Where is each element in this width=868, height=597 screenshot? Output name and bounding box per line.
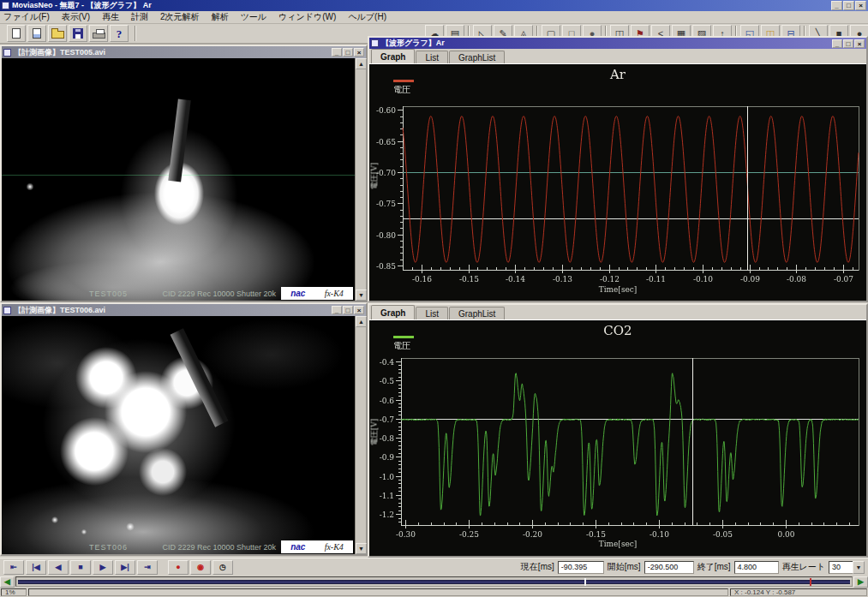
start-time-field[interactable]: -290.500 xyxy=(644,561,694,574)
video-window-test006: 【計測画像】TEST006.avi _ □ × TEST006 CID 2229… xyxy=(0,302,368,556)
graph2-x-axis-label: Time[sec] xyxy=(369,540,866,548)
video2-close-button[interactable]: × xyxy=(354,306,364,314)
help-button[interactable]: ? xyxy=(110,25,129,42)
tab-graphlist[interactable]: GraphList xyxy=(449,51,505,63)
tab-graph[interactable]: Graph xyxy=(371,49,415,63)
current-time-label: 現在[ms] xyxy=(521,561,554,573)
video2-icon xyxy=(3,307,11,314)
open-folder-button[interactable] xyxy=(48,25,67,42)
status-bar: 1% X : -0.124 Y : -0.587 xyxy=(0,588,868,597)
graph1-title: 【波形グラフ】Ar xyxy=(381,38,832,49)
play-button[interactable]: ▶ xyxy=(93,560,113,575)
play-rate-value: 30 xyxy=(829,561,853,574)
jump-end-button[interactable]: ⇥ xyxy=(137,560,158,575)
end-time-field[interactable]: 4.800 xyxy=(734,561,779,574)
video2-frame[interactable]: TEST006 CID 2229 Rec 10000 Shutter 20k n… xyxy=(2,316,355,554)
graph-window-ar: 【波形グラフ】Ar _ □ × GraphListGraphList Ar 電圧… xyxy=(368,36,868,302)
graph1-maximize-button[interactable]: □ xyxy=(843,39,853,48)
video1-frame[interactable]: TEST005 CID 2229 Rec 10000 Shutter 20k n… xyxy=(2,58,355,301)
timer-button[interactable]: ◷ xyxy=(213,560,233,575)
video1-title: 【計測画像】TEST005.avi xyxy=(14,47,332,58)
maximize-button[interactable]: □ xyxy=(843,1,854,10)
legend-voltage-swatch xyxy=(393,80,414,82)
graph2-plot-area[interactable]: CO2 電圧 電圧[V] Time[sec] xyxy=(369,320,866,556)
window-titlebar: MoviasNeo - 無題7 - 【波形グラフ】 Ar _ □ × xyxy=(0,0,868,11)
video2-minimize-button[interactable]: _ xyxy=(332,306,342,314)
video1-scrollbar[interactable]: ▲ ▼ xyxy=(355,58,366,301)
start-time-label: 開始[ms] xyxy=(608,561,641,573)
stop-button[interactable]: ■ xyxy=(70,560,91,575)
print-button[interactable] xyxy=(89,25,108,42)
nac-logo: nac xyxy=(290,289,305,298)
new-graph-doc-icon xyxy=(33,28,41,39)
video1-close-button[interactable]: × xyxy=(354,48,364,57)
graph2-y-axis-label: 電圧[V] xyxy=(369,415,380,449)
menu-item-2[interactable]: 再生 xyxy=(102,11,119,23)
prev-frame-button[interactable]: |◀ xyxy=(26,560,46,575)
video2-camera-badge: nac fx-K4 xyxy=(281,540,353,553)
status-middle xyxy=(28,588,728,596)
play-rate-dropdown[interactable]: 30 ▼ xyxy=(829,561,865,574)
chevron-down-icon[interactable]: ▼ xyxy=(853,561,865,574)
graph1-legend: 電圧 xyxy=(393,80,414,96)
video1-camera-info: CID 2229 Rec 10000 Shutter 20k xyxy=(162,290,276,298)
video2-maximize-button[interactable]: □ xyxy=(343,306,353,314)
record-button[interactable]: ● xyxy=(168,560,189,575)
new-doc-button[interactable] xyxy=(7,25,26,42)
timeline-left-button[interactable]: ◀ xyxy=(0,576,15,588)
application-window: MoviasNeo - 無題7 - 【波形グラフ】 Ar _ □ × ファイル(… xyxy=(0,0,868,597)
timeline-right-button[interactable]: ▶ xyxy=(853,576,868,588)
toolbar-separator xyxy=(135,26,136,41)
menu-item-1[interactable]: 表示(V) xyxy=(62,11,90,23)
menu-item-6[interactable]: ツール xyxy=(241,11,266,23)
video1-camera-badge: nac fx-K4 xyxy=(281,287,353,300)
jump-start-button[interactable]: ⇤ xyxy=(3,560,24,575)
scroll-down-icon[interactable]: ▼ xyxy=(356,543,367,554)
menu-item-5[interactable]: 解析 xyxy=(212,11,229,23)
record-stop-button[interactable]: ◉ xyxy=(190,560,211,575)
graph1-plot-area[interactable]: Ar 電圧 電圧[V] Time[sec] xyxy=(369,64,866,301)
transport-bar: ⇤|◀◀■▶▶|⇥●◉◷ 現在[ms] -90.395 開始[ms] -290.… xyxy=(0,558,868,576)
tab-list[interactable]: List xyxy=(416,307,448,319)
tab-graphlist[interactable]: GraphList xyxy=(449,307,505,319)
save-icon xyxy=(73,28,83,39)
graph1-minimize-button[interactable]: _ xyxy=(832,39,842,48)
tab-graph[interactable]: Graph xyxy=(371,305,415,319)
time-fields: 現在[ms] -90.395 開始[ms] -290.500 終了[ms] 4.… xyxy=(521,561,865,574)
current-time-field[interactable]: -90.395 xyxy=(558,561,604,574)
scroll-up-icon[interactable]: ▲ xyxy=(356,316,367,327)
video1-name: TEST005 xyxy=(89,290,128,298)
video2-overlay: TEST006 CID 2229 Rec 10000 Shutter 20k n… xyxy=(2,540,355,553)
menu-item-0[interactable]: ファイル(F) xyxy=(3,11,50,23)
play-rate-label: 再生レート xyxy=(782,561,825,573)
graph1-close-button[interactable]: × xyxy=(854,39,865,48)
scroll-up-icon[interactable]: ▲ xyxy=(356,58,367,69)
camera-model: fx-K4 xyxy=(325,289,344,298)
video1-titlebar: 【計測画像】TEST005.avi _ □ × xyxy=(2,46,366,58)
minimize-button[interactable]: _ xyxy=(831,1,842,10)
menu-item-3[interactable]: 計測 xyxy=(131,11,148,23)
next-frame-button[interactable]: ▶| xyxy=(115,560,135,575)
tab-list[interactable]: List xyxy=(416,51,448,63)
graph2-tabs: GraphListGraphList xyxy=(369,305,866,320)
video1-maximize-button[interactable]: □ xyxy=(343,48,353,57)
camera-model: fx-K4 xyxy=(325,542,344,552)
video2-scrollbar[interactable]: ▲ ▼ xyxy=(355,316,366,554)
timeline-cursor[interactable] xyxy=(584,578,586,586)
close-button[interactable]: × xyxy=(855,1,866,10)
menu-item-4[interactable]: 2次元解析 xyxy=(160,11,200,23)
new-graph-doc-button[interactable] xyxy=(27,25,46,42)
graph2-chart-title: CO2 xyxy=(369,323,866,338)
scroll-down-icon[interactable]: ▼ xyxy=(356,290,367,301)
timeline-bar: ◀ ▶ xyxy=(0,576,868,588)
play-reverse-button[interactable]: ◀ xyxy=(48,560,69,575)
save-button[interactable] xyxy=(69,25,87,42)
menu-item-8[interactable]: ヘルプ(H) xyxy=(348,11,386,23)
timeline-track[interactable] xyxy=(15,576,853,587)
timeline-loaded-range xyxy=(18,580,850,584)
menu-item-7[interactable]: ウィンドウ(W) xyxy=(278,11,336,23)
legend-voltage-label: 電圧 xyxy=(393,341,410,350)
legend-voltage-label: 電圧 xyxy=(393,85,410,94)
legend-voltage-swatch xyxy=(393,336,414,338)
video1-minimize-button[interactable]: _ xyxy=(332,48,342,57)
